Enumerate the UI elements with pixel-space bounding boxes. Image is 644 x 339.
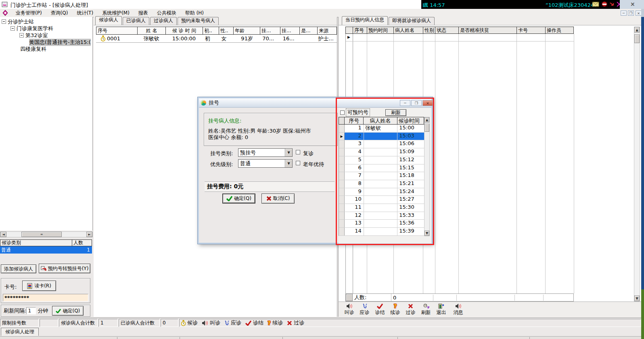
dialog-cancel-button[interactable]: 取消(C) [261,193,295,204]
slots-vscrollbar[interactable]: ▲ ▼ [424,117,430,236]
reservable-label[interactable]: 可预约号 [346,108,370,116]
mdi-minimize-button[interactable]: ─ [621,10,627,16]
slot-row[interactable]: 915:24 [339,188,424,196]
scroll-up-arrow[interactable]: ▲ [634,27,640,33]
slot-row[interactable]: 1215:33 [339,212,424,220]
slots-col-time[interactable]: 候诊时间 [397,117,424,124]
slot-row[interactable]: 515:12 [339,156,424,164]
patient-row[interactable]: 0001 张敏钦 15:00:00 初 女 91岁 70... 16... 护士… [96,35,337,43]
menu-item-query[interactable]: 查询(Q) [46,10,73,17]
mail-icon[interactable] [592,2,599,7]
tab-today-reservations[interactable]: 当日预约病人信息 [342,16,388,25]
col-wait-count[interactable]: 人数 [72,240,92,246]
menu-item-maintain[interactable]: 系统维护(M) [98,10,134,17]
tree-item-label[interactable]: 分诊护士站 [8,18,34,25]
slot-row[interactable]: 1张敏钦15:00 [339,125,424,133]
transfer-reservation-button[interactable]: 预约号转预挂号(Y) [39,264,90,273]
combo-dropdown-icon[interactable]: ▼ [285,160,292,167]
tree-item-doctor[interactable]: 黄国忠(普通挂号-主治15:( [0,39,92,46]
tree-hscrollbar[interactable]: ◄ ≡ ► [0,231,93,237]
col-is[interactable]: 是... [300,27,318,34]
col-res-name[interactable]: 病人姓名 [394,27,423,33]
menu-item-report[interactable]: 报表 [134,10,153,17]
col-res-poverty[interactable]: 是否精准扶贫 [459,27,517,33]
scroll-thumb[interactable]: ≡ [21,232,62,237]
tree-item-label[interactable]: 门诊康复医学科 [17,25,53,32]
tree-item-label[interactable]: 四楼康复科 [20,46,46,53]
tree-collapse-icon[interactable] [2,19,6,24]
col-name[interactable]: 姓 名 [138,27,166,34]
refresh-button[interactable]: 刷新 [418,302,433,317]
col-res-card[interactable]: 卡号 [517,27,546,33]
message-button[interactable]: 消息 [451,302,466,317]
pass-visit-button[interactable]: 过诊 [403,302,418,317]
slot-row-selected[interactable]: ▶215:03 [339,133,424,141]
col-wait-time[interactable]: 候 诊 时 间 [166,27,203,34]
window-close-icon[interactable]: × [630,1,635,7]
continue-visit-button[interactable]: ? 续诊 [388,302,403,317]
menu-item-public[interactable]: 公共模块 [153,10,181,17]
scroll-thumb[interactable] [424,124,429,132]
read-card-button[interactable]: 读卡(R) [22,281,56,291]
col-reg2[interactable]: 挂... [280,27,300,34]
slot-row[interactable]: 415:09 [339,148,424,156]
col-res-no[interactable]: 序号 [353,27,367,33]
scroll-thumb[interactable] [634,34,640,43]
menu-item-help[interactable]: 帮助 (H) [181,10,208,17]
slots-col-no[interactable]: 序号 [345,117,364,124]
slot-row[interactable]: 315:06 [339,140,424,148]
dialog-title-bar[interactable]: 挂号 ─ ❐ × [199,98,431,108]
slot-row[interactable]: 715:18 [339,172,424,180]
bottom-tab-waiting-processing[interactable]: 候诊病人处理 [1,328,39,336]
tree-item-label[interactable]: 第32诊室 [25,32,48,39]
slot-row[interactable]: 1415:39 [339,228,424,236]
mdi-close-button[interactable]: × [636,10,642,16]
tab-passed-patients[interactable]: 过诊病人 [150,17,177,25]
tree-item-floor4[interactable]: 四楼康复科 [0,46,92,52]
slot-row[interactable]: 1115:30 [339,204,424,212]
respond-button[interactable]: 应诊 [357,302,372,317]
exit-button[interactable]: 退出 [434,302,449,317]
col-res-sex[interactable]: 性别 [423,27,435,33]
reservable-checkbox[interactable] [340,110,345,115]
slot-row[interactable]: 615:15 [339,164,424,173]
dialog-ok-button[interactable]: 确定(Q) [222,193,255,204]
reg-type-combobox[interactable]: 预挂号 ▼ [238,148,293,157]
col-source[interactable]: 来源 [318,27,337,34]
tab-seen-patients[interactable]: 已诊病人 [123,17,149,25]
col-no[interactable]: 序号 [96,27,138,34]
tree-collapse-icon[interactable] [19,33,24,37]
tree-item-root[interactable]: 分诊护士站 [0,18,92,25]
finish-visit-button[interactable]: 诊结 [372,302,387,317]
menu-item-business[interactable]: 业务管理(P) [11,10,46,17]
scroll-down-arrow[interactable]: ▼ [424,231,429,236]
col-first[interactable]: 初.. [203,27,219,34]
dialog-minimize-button[interactable]: ─ [400,100,410,106]
col-res-time[interactable]: 预约时间 [367,27,394,33]
col-wait-category[interactable]: 候诊类别 [0,240,72,246]
slots-col-name[interactable]: 病人姓名 [364,117,397,124]
col-age[interactable]: 年龄 [234,27,260,34]
scroll-left-arrow[interactable]: ◄ [0,232,6,237]
add-waiting-patient-button[interactable]: 添加候诊病人 [1,264,36,273]
menu-item-stats[interactable]: 统计(T) [72,10,98,17]
slots-refresh-button[interactable]: 刷新 [385,109,406,116]
tree-item-dept[interactable]: 门诊康复医学科 [0,25,92,32]
col-res-operator[interactable]: 操作员 [546,27,573,33]
tree-item-label[interactable]: 黄国忠(普通挂号-主治15:( [29,39,91,46]
elderly-checkbox[interactable] [296,161,300,165]
tray-stop-icon[interactable] [601,2,608,7]
dialog-close-button[interactable]: × [422,100,433,106]
refresh-interval-input[interactable]: 1 [26,307,36,314]
tab-upcoming-waiting[interactable]: 即将就诊候诊病人 [389,17,435,25]
scroll-down-arrow[interactable]: ▼ [634,295,640,301]
mdi-restore-button[interactable]: ❐ [628,10,634,16]
card-number-input[interactable]: ********* [3,294,88,302]
wait-category-row[interactable]: 普通 1 [0,246,92,254]
tab-reserved-noticket[interactable]: 预约未取号病人 [178,17,219,25]
priority-combobox[interactable]: 普通 ▼ [238,159,293,168]
revisit-checkbox[interactable] [296,150,300,154]
scroll-right-arrow[interactable]: ► [86,232,92,237]
scroll-up-arrow[interactable]: ▲ [424,117,429,123]
left-confirm-button[interactable]: 确定(Q) [52,306,84,316]
